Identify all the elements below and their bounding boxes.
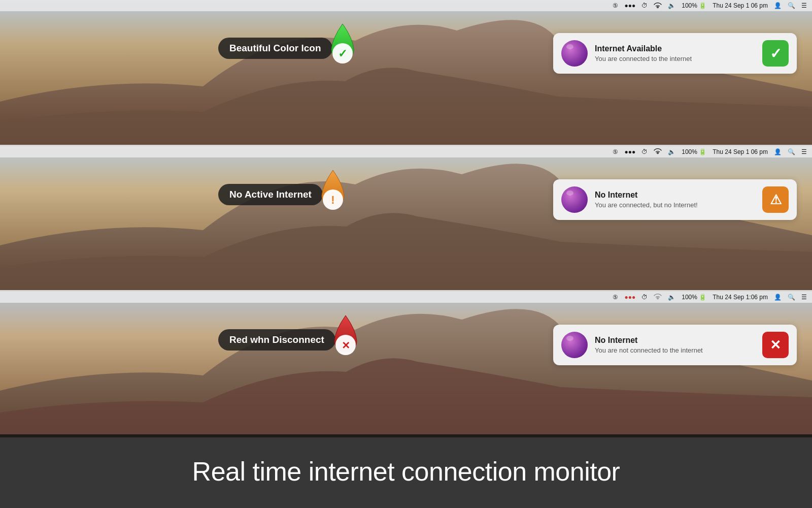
notification-2: No Internet You are connected, but no In…: [553, 179, 797, 220]
menubar-item-2: ⑤: [613, 148, 618, 155]
menubar-item: ⑤: [613, 2, 618, 9]
menubar-dots-3: ●●●: [624, 294, 635, 301]
menubar-wifi-icon: [654, 3, 662, 9]
notif-title-2: No Internet: [595, 190, 755, 200]
menubar-search-icon: 🔍: [788, 2, 795, 9]
status-group-3: Red whn Disconnect ✕: [218, 314, 365, 365]
notif-subtitle-3: You are not connected to the internet: [595, 346, 755, 354]
notif-text-1: Internet Available You are connected to …: [595, 44, 755, 62]
status-group-2: No Active Internet !: [218, 169, 352, 220]
menubar-clock-icon: ⏱: [641, 2, 648, 9]
menubar-clock-2: ⏱: [641, 148, 648, 155]
menubar-volume-2: 🔈: [668, 148, 675, 155]
menubar-search-2: 🔍: [788, 148, 795, 155]
menubar-3: ⑤ ●●● ⏱ 🔈 100% 🔋 Thu 24 Sep 1:06 pm 👤 🔍 …: [0, 292, 812, 303]
menubar-user-icon: 👤: [774, 2, 782, 9]
menubar-volume-icon: 🔈: [668, 2, 675, 9]
notif-badge-2: ⚠: [762, 186, 789, 213]
notif-title-1: Internet Available: [595, 44, 755, 53]
menubar-menu-2: ☰: [801, 148, 807, 155]
drop-icon-3: ✕: [326, 314, 365, 365]
globe-icon-3: [561, 332, 588, 358]
panel-2: ⑤ ●●● ⏱ 🔈 100% 🔋 Thu 24 Sep 1 06 pm 👤 🔍 …: [0, 146, 812, 290]
menubar-datetime-3: Thu 24 Sep 1:06 pm: [713, 294, 768, 301]
menubar-datetime-1: Thu 24 Sep 1 06 pm: [713, 2, 768, 9]
globe-icon-1: [561, 40, 588, 67]
menubar-dots: ●●●: [624, 2, 635, 9]
menubar-battery: 100% 🔋: [682, 2, 706, 9]
notif-text-3: No Internet You are not connected to the…: [595, 336, 755, 354]
menubar-user-2: 👤: [774, 148, 782, 155]
notif-subtitle-1: You are connected to the internet: [595, 55, 755, 62]
globe-icon-2: [561, 186, 588, 213]
screenshot-container: ⑤ ●●● ⏱ 🔈 100% 🔋 Thu 24 Sep 1 06 pm 👤 🔍 …: [0, 0, 812, 508]
footer: Real time internet connection monitor: [0, 434, 812, 508]
menubar-menu-icon: ☰: [801, 2, 807, 9]
drop-icon-1: ✓: [323, 23, 362, 74]
menubar-menu-3: ☰: [801, 294, 807, 301]
menubar-clock-3: ⏱: [641, 294, 648, 301]
menubar-wifi-2: [654, 148, 662, 156]
notification-1: Internet Available You are connected to …: [553, 33, 797, 74]
menubar-dots-2: ●●●: [624, 148, 635, 155]
menubar-wifi-3: [654, 294, 662, 301]
menubar-volume-3: 🔈: [668, 294, 675, 301]
svg-text:✓: ✓: [338, 47, 347, 60]
tooltip-2: No Active Internet: [218, 184, 323, 205]
svg-text:!: !: [331, 194, 334, 206]
footer-text: Real time internet connection monitor: [192, 456, 620, 487]
drop-icon-2: !: [314, 169, 352, 220]
menubar-datetime-2: Thu 24 Sep 1 06 pm: [713, 148, 768, 155]
tooltip-3: Red whn Disconnect: [218, 329, 335, 351]
notif-subtitle-2: You are connected, but no Internet!: [595, 201, 755, 209]
menubar-battery-3: 100% 🔋: [682, 294, 706, 301]
tooltip-1: Beautiful Color Icon: [218, 38, 332, 59]
notification-3: No Internet You are not connected to the…: [553, 325, 797, 365]
notif-title-3: No Internet: [595, 336, 755, 345]
menubar-user-3: 👤: [774, 294, 782, 301]
notif-text-2: No Internet You are connected, but no In…: [595, 190, 755, 209]
menubar-2: ⑤ ●●● ⏱ 🔈 100% 🔋 Thu 24 Sep 1 06 pm 👤 🔍 …: [0, 146, 812, 157]
status-group-1: Beautiful Color Icon ✓: [218, 23, 362, 74]
panel-1: ⑤ ●●● ⏱ 🔈 100% 🔋 Thu 24 Sep 1 06 pm 👤 🔍 …: [0, 0, 812, 145]
menubar-battery-2: 100% 🔋: [682, 148, 706, 155]
menubar-1: ⑤ ●●● ⏱ 🔈 100% 🔋 Thu 24 Sep 1 06 pm 👤 🔍 …: [0, 0, 812, 11]
svg-text:✕: ✕: [341, 340, 350, 351]
notif-badge-3: ✕: [762, 332, 789, 358]
menubar-search-3: 🔍: [788, 294, 795, 301]
panel-3: ⑤ ●●● ⏱ 🔈 100% 🔋 Thu 24 Sep 1:06 pm 👤 🔍 …: [0, 292, 812, 437]
notif-badge-1: ✓: [762, 40, 789, 67]
menubar-item-3: ⑤: [613, 294, 618, 301]
